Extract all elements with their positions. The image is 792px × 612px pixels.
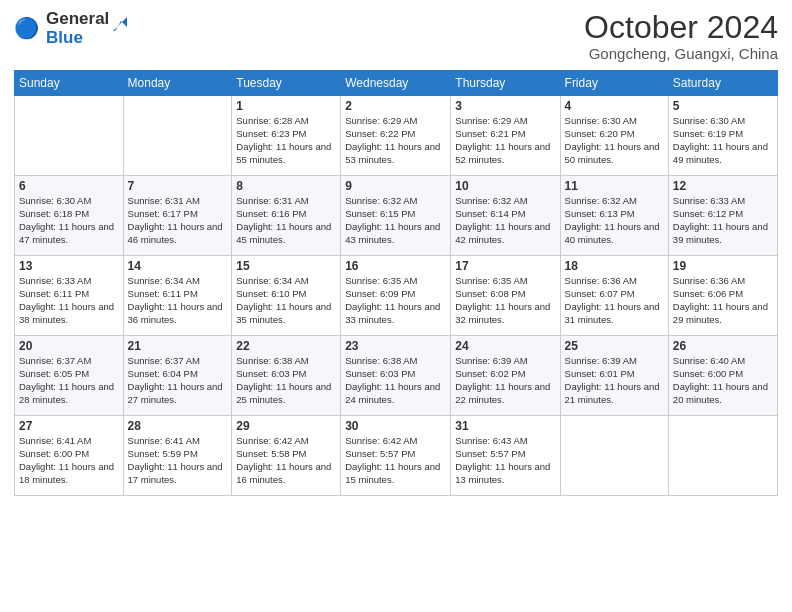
calendar-cell: 12Sunrise: 6:33 AM Sunset: 6:12 PM Dayli…: [668, 176, 777, 256]
calendar-cell: 6Sunrise: 6:30 AM Sunset: 6:18 PM Daylig…: [15, 176, 124, 256]
day-number: 26: [673, 339, 773, 353]
day-info: Sunrise: 6:31 AM Sunset: 6:16 PM Dayligh…: [236, 195, 336, 246]
calendar-cell: 23Sunrise: 6:38 AM Sunset: 6:03 PM Dayli…: [341, 336, 451, 416]
week-row-5: 27Sunrise: 6:41 AM Sunset: 6:00 PM Dayli…: [15, 416, 778, 496]
day-info: Sunrise: 6:30 AM Sunset: 6:18 PM Dayligh…: [19, 195, 119, 246]
calendar-cell: 19Sunrise: 6:36 AM Sunset: 6:06 PM Dayli…: [668, 256, 777, 336]
header-wednesday: Wednesday: [341, 71, 451, 96]
day-number: 27: [19, 419, 119, 433]
day-info: Sunrise: 6:38 AM Sunset: 6:03 PM Dayligh…: [345, 355, 446, 406]
logo-bird-icon: 🔵: [14, 15, 42, 43]
calendar-table: SundayMondayTuesdayWednesdayThursdayFrid…: [14, 70, 778, 496]
day-number: 31: [455, 419, 555, 433]
calendar-cell: 26Sunrise: 6:40 AM Sunset: 6:00 PM Dayli…: [668, 336, 777, 416]
calendar-cell: [560, 416, 668, 496]
day-info: Sunrise: 6:36 AM Sunset: 6:06 PM Dayligh…: [673, 275, 773, 326]
day-number: 11: [565, 179, 664, 193]
calendar-header-row: SundayMondayTuesdayWednesdayThursdayFrid…: [15, 71, 778, 96]
day-info: Sunrise: 6:37 AM Sunset: 6:05 PM Dayligh…: [19, 355, 119, 406]
day-info: Sunrise: 6:34 AM Sunset: 6:11 PM Dayligh…: [128, 275, 228, 326]
week-row-4: 20Sunrise: 6:37 AM Sunset: 6:05 PM Dayli…: [15, 336, 778, 416]
day-info: Sunrise: 6:36 AM Sunset: 6:07 PM Dayligh…: [565, 275, 664, 326]
day-info: Sunrise: 6:30 AM Sunset: 6:19 PM Dayligh…: [673, 115, 773, 166]
day-info: Sunrise: 6:31 AM Sunset: 6:17 PM Dayligh…: [128, 195, 228, 246]
day-info: Sunrise: 6:35 AM Sunset: 6:08 PM Dayligh…: [455, 275, 555, 326]
day-info: Sunrise: 6:33 AM Sunset: 6:12 PM Dayligh…: [673, 195, 773, 246]
logo: 🔵 General Blue: [14, 10, 131, 47]
day-info: Sunrise: 6:28 AM Sunset: 6:23 PM Dayligh…: [236, 115, 336, 166]
day-info: Sunrise: 6:29 AM Sunset: 6:22 PM Dayligh…: [345, 115, 446, 166]
month-title: October 2024: [584, 10, 778, 45]
logo-arrow-icon: [109, 13, 131, 35]
calendar-cell: [668, 416, 777, 496]
day-number: 24: [455, 339, 555, 353]
week-row-1: 1Sunrise: 6:28 AM Sunset: 6:23 PM Daylig…: [15, 96, 778, 176]
calendar-cell: 25Sunrise: 6:39 AM Sunset: 6:01 PM Dayli…: [560, 336, 668, 416]
day-info: Sunrise: 6:38 AM Sunset: 6:03 PM Dayligh…: [236, 355, 336, 406]
day-number: 22: [236, 339, 336, 353]
week-row-2: 6Sunrise: 6:30 AM Sunset: 6:18 PM Daylig…: [15, 176, 778, 256]
header-saturday: Saturday: [668, 71, 777, 96]
calendar-cell: 24Sunrise: 6:39 AM Sunset: 6:02 PM Dayli…: [451, 336, 560, 416]
day-info: Sunrise: 6:39 AM Sunset: 6:01 PM Dayligh…: [565, 355, 664, 406]
calendar-cell: 5Sunrise: 6:30 AM Sunset: 6:19 PM Daylig…: [668, 96, 777, 176]
calendar-cell: 2Sunrise: 6:29 AM Sunset: 6:22 PM Daylig…: [341, 96, 451, 176]
day-number: 4: [565, 99, 664, 113]
calendar-cell: 14Sunrise: 6:34 AM Sunset: 6:11 PM Dayli…: [123, 256, 232, 336]
calendar-cell: 22Sunrise: 6:38 AM Sunset: 6:03 PM Dayli…: [232, 336, 341, 416]
day-info: Sunrise: 6:42 AM Sunset: 5:58 PM Dayligh…: [236, 435, 336, 486]
day-number: 12: [673, 179, 773, 193]
calendar-cell: 10Sunrise: 6:32 AM Sunset: 6:14 PM Dayli…: [451, 176, 560, 256]
day-number: 7: [128, 179, 228, 193]
header: 🔵 General Blue October 2024 Gongcheng, G…: [14, 10, 778, 62]
day-number: 1: [236, 99, 336, 113]
day-number: 25: [565, 339, 664, 353]
day-info: Sunrise: 6:41 AM Sunset: 5:59 PM Dayligh…: [128, 435, 228, 486]
calendar-cell: 21Sunrise: 6:37 AM Sunset: 6:04 PM Dayli…: [123, 336, 232, 416]
day-info: Sunrise: 6:41 AM Sunset: 6:00 PM Dayligh…: [19, 435, 119, 486]
calendar-cell: 30Sunrise: 6:42 AM Sunset: 5:57 PM Dayli…: [341, 416, 451, 496]
calendar-cell: 31Sunrise: 6:43 AM Sunset: 5:57 PM Dayli…: [451, 416, 560, 496]
header-sunday: Sunday: [15, 71, 124, 96]
day-number: 30: [345, 419, 446, 433]
day-info: Sunrise: 6:35 AM Sunset: 6:09 PM Dayligh…: [345, 275, 446, 326]
main-container: 🔵 General Blue October 2024 Gongcheng, G…: [0, 0, 792, 612]
calendar-cell: 20Sunrise: 6:37 AM Sunset: 6:05 PM Dayli…: [15, 336, 124, 416]
calendar-cell: [15, 96, 124, 176]
day-number: 29: [236, 419, 336, 433]
calendar-cell: 7Sunrise: 6:31 AM Sunset: 6:17 PM Daylig…: [123, 176, 232, 256]
day-number: 8: [236, 179, 336, 193]
day-info: Sunrise: 6:39 AM Sunset: 6:02 PM Dayligh…: [455, 355, 555, 406]
day-number: 18: [565, 259, 664, 273]
calendar-cell: 15Sunrise: 6:34 AM Sunset: 6:10 PM Dayli…: [232, 256, 341, 336]
day-number: 17: [455, 259, 555, 273]
calendar-cell: 8Sunrise: 6:31 AM Sunset: 6:16 PM Daylig…: [232, 176, 341, 256]
calendar-cell: 29Sunrise: 6:42 AM Sunset: 5:58 PM Dayli…: [232, 416, 341, 496]
day-number: 10: [455, 179, 555, 193]
calendar-cell: 11Sunrise: 6:32 AM Sunset: 6:13 PM Dayli…: [560, 176, 668, 256]
day-number: 14: [128, 259, 228, 273]
day-number: 5: [673, 99, 773, 113]
day-number: 20: [19, 339, 119, 353]
day-number: 19: [673, 259, 773, 273]
day-info: Sunrise: 6:37 AM Sunset: 6:04 PM Dayligh…: [128, 355, 228, 406]
day-info: Sunrise: 6:30 AM Sunset: 6:20 PM Dayligh…: [565, 115, 664, 166]
day-number: 28: [128, 419, 228, 433]
svg-marker-1: [113, 17, 127, 31]
logo-text: General Blue: [46, 10, 109, 47]
header-friday: Friday: [560, 71, 668, 96]
calendar-cell: 27Sunrise: 6:41 AM Sunset: 6:00 PM Dayli…: [15, 416, 124, 496]
day-info: Sunrise: 6:40 AM Sunset: 6:00 PM Dayligh…: [673, 355, 773, 406]
day-info: Sunrise: 6:43 AM Sunset: 5:57 PM Dayligh…: [455, 435, 555, 486]
calendar-cell: 3Sunrise: 6:29 AM Sunset: 6:21 PM Daylig…: [451, 96, 560, 176]
day-info: Sunrise: 6:42 AM Sunset: 5:57 PM Dayligh…: [345, 435, 446, 486]
day-number: 16: [345, 259, 446, 273]
day-info: Sunrise: 6:33 AM Sunset: 6:11 PM Dayligh…: [19, 275, 119, 326]
calendar-cell: 4Sunrise: 6:30 AM Sunset: 6:20 PM Daylig…: [560, 96, 668, 176]
day-number: 9: [345, 179, 446, 193]
header-tuesday: Tuesday: [232, 71, 341, 96]
calendar-cell: 13Sunrise: 6:33 AM Sunset: 6:11 PM Dayli…: [15, 256, 124, 336]
day-info: Sunrise: 6:34 AM Sunset: 6:10 PM Dayligh…: [236, 275, 336, 326]
header-thursday: Thursday: [451, 71, 560, 96]
calendar-cell: 1Sunrise: 6:28 AM Sunset: 6:23 PM Daylig…: [232, 96, 341, 176]
